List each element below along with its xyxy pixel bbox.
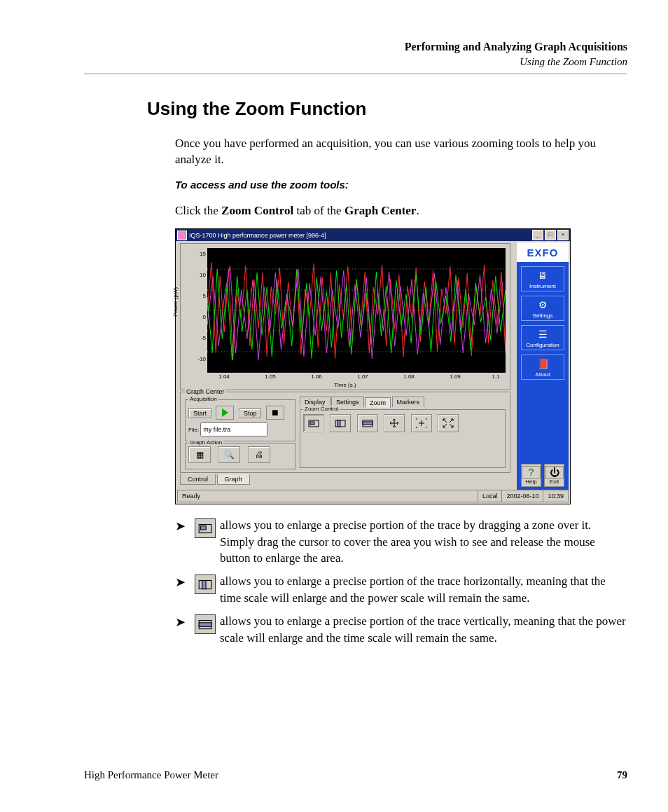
zoom-full-button[interactable]: [438, 414, 459, 432]
right-sidebar: EXFO 🖥Instrument ⚙Settings ☰Configuratio…: [517, 242, 569, 490]
tab-markers[interactable]: Markers: [392, 397, 425, 407]
app-icon: [177, 230, 187, 240]
ytick: -10: [196, 356, 206, 362]
tab-zoom[interactable]: Zoom: [365, 397, 391, 408]
status-bar: Ready Local 2002-06-10 10:39: [177, 490, 569, 502]
graph-center-label: Graph Center: [185, 388, 226, 395]
graph-action-label: Graph Action: [188, 439, 223, 446]
help-icon: ?: [522, 466, 541, 479]
page-number: 79: [617, 769, 627, 781]
xtick: 1.08: [403, 373, 415, 380]
xtick: 1.06: [311, 373, 322, 380]
xtick: 1.05: [265, 373, 276, 380]
bullet-item: ➤ allows you to enlarge a precise portio…: [175, 613, 627, 646]
chart-xlabel: Time (s.): [181, 382, 510, 388]
status-date: 2002-06-10: [502, 490, 543, 502]
acquisition-group: Acquisition Start Stop ■ File:: [185, 399, 295, 441]
nav-configuration[interactable]: ☰Configuration: [521, 325, 564, 350]
nav-about[interactable]: 📕About: [521, 355, 564, 380]
ytick: 15: [196, 251, 206, 257]
bullet-item: ➤ allows you to enlarge a precise portio…: [175, 573, 627, 606]
play-icon: [222, 408, 228, 417]
header-rule: [84, 74, 627, 74]
close-button[interactable]: ×: [557, 230, 569, 240]
power-icon: ⏻: [545, 466, 564, 479]
exfo-logo: EXFO: [517, 242, 569, 262]
footer-left: High Performance Power Meter: [84, 769, 218, 781]
zoom-vertical-button[interactable]: [357, 414, 378, 432]
ytick: 0: [196, 314, 206, 320]
arrow-icon: ➤: [175, 613, 195, 630]
procedure-subhead: To access and use the zoom tools:: [175, 178, 627, 193]
ytick: 5: [196, 293, 206, 299]
nav-instrument[interactable]: 🖥Instrument: [521, 266, 564, 291]
intro-paragraph: Once you have performed an acquisition, …: [175, 135, 627, 168]
running-header: Performing and Analyzing Graph Acquisiti…: [84, 41, 627, 53]
status-mode: Local: [478, 490, 503, 502]
zoom-control-group: Zoom Control: [300, 409, 506, 468]
grid-button[interactable]: ▦: [188, 446, 211, 463]
arrow-icon: ➤: [175, 573, 195, 590]
record-button[interactable]: ■: [266, 406, 284, 420]
page-footer: High Performance Power Meter 79: [84, 769, 627, 781]
start-button[interactable]: Start: [188, 408, 211, 418]
nav-settings[interactable]: ⚙Settings: [521, 296, 564, 321]
file-input[interactable]: [200, 422, 267, 436]
zoom-window-button[interactable]: [303, 414, 324, 432]
zoom-vertical-icon: [195, 614, 216, 634]
maximize-button[interactable]: □: [545, 230, 556, 240]
ytick: -5: [196, 335, 206, 341]
graph-action-group: Graph Action ▦ 🔍 🖨: [185, 443, 295, 469]
bullet-text: allows you to enlarge a precise portion …: [220, 613, 627, 646]
status-time: 10:39: [543, 490, 568, 502]
graph-center-frame: Graph Center Acquisition Start Stop ■ Fi…: [180, 392, 510, 473]
minimize-button[interactable]: _: [532, 230, 543, 240]
xtick: 1.09: [450, 373, 461, 380]
chart-ylabel: Power (pW): [172, 287, 179, 317]
chart-panel: Power (pW) 15 10 5 0 -5 -10 1.04 1.05 1.…: [180, 243, 510, 390]
window-title-text: IQS-1700 High performance power meter [9…: [189, 232, 326, 239]
bullet-text: allows you to enlarge a precise portion …: [220, 573, 627, 606]
svg-rect-14: [202, 581, 207, 589]
zoom-bullets: ➤ allows you to enlarge a precise portio…: [175, 517, 627, 646]
xtick: 1.04: [218, 373, 230, 380]
ytick: 10: [196, 272, 206, 278]
zoom-horizontal-button[interactable]: [330, 414, 351, 432]
help-button[interactable]: ?Help: [521, 464, 541, 487]
pan-button[interactable]: [384, 414, 405, 432]
svg-rect-8: [338, 420, 340, 427]
exit-button[interactable]: ⏻Exit: [544, 464, 564, 487]
instruction-line: Click the Zoom Control tab of the Graph …: [175, 202, 627, 219]
view-tabs: Control Graph: [180, 474, 249, 485]
svg-rect-16: [199, 623, 211, 627]
svg-rect-6: [310, 422, 314, 425]
stop-button[interactable]: Stop: [239, 408, 262, 418]
about-icon: 📕: [534, 357, 551, 370]
xtick: 1.07: [357, 373, 368, 380]
running-subheader: Using the Zoom Function: [84, 56, 627, 68]
window-titlebar: IQS-1700 High performance power meter [9…: [176, 229, 570, 241]
app-screenshot: IQS-1700 High performance power meter [9…: [175, 228, 571, 504]
tab-control[interactable]: Control: [180, 474, 216, 485]
refresh-button[interactable]: 🔍: [218, 446, 240, 463]
bullet-item: ➤ allows you to enlarge a precise portio…: [175, 517, 627, 566]
xtick: 1.1: [492, 373, 499, 380]
svg-rect-12: [200, 526, 206, 530]
tab-graph[interactable]: Graph: [217, 474, 250, 485]
chart-plot[interactable]: [207, 248, 506, 373]
file-label: File:: [188, 427, 199, 433]
settings-icon: ⚙: [534, 298, 551, 311]
bullet-text: allows you to enlarge a precise portion …: [220, 517, 627, 566]
configuration-icon: ☰: [534, 328, 551, 340]
acquisition-label: Acquisition: [188, 396, 218, 402]
zoom-horizontal-icon: [195, 574, 216, 594]
arrow-icon: ➤: [175, 517, 195, 534]
zoom-out-button[interactable]: [411, 414, 432, 432]
svg-rect-10: [363, 422, 373, 425]
instrument-icon: 🖥: [534, 269, 551, 282]
print-button[interactable]: 🖨: [248, 446, 270, 463]
play-button[interactable]: [216, 406, 234, 420]
section-title: Using the Zoom Function: [147, 98, 627, 120]
zoom-control-label: Zoom Control: [303, 406, 340, 412]
zoom-window-icon: [195, 518, 216, 538]
